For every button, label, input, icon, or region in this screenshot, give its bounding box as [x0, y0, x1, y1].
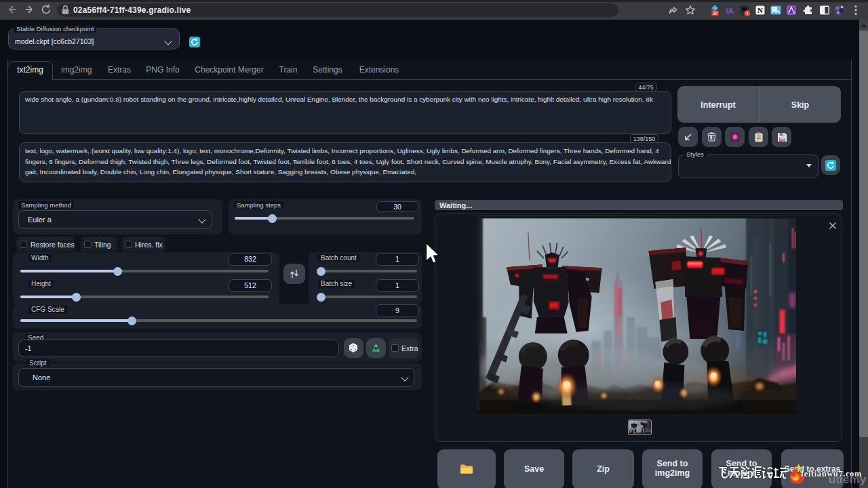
svg-text:IA: IA: [726, 7, 734, 15]
svg-text:20: 20: [713, 11, 718, 16]
svg-text:N: N: [757, 6, 763, 14]
